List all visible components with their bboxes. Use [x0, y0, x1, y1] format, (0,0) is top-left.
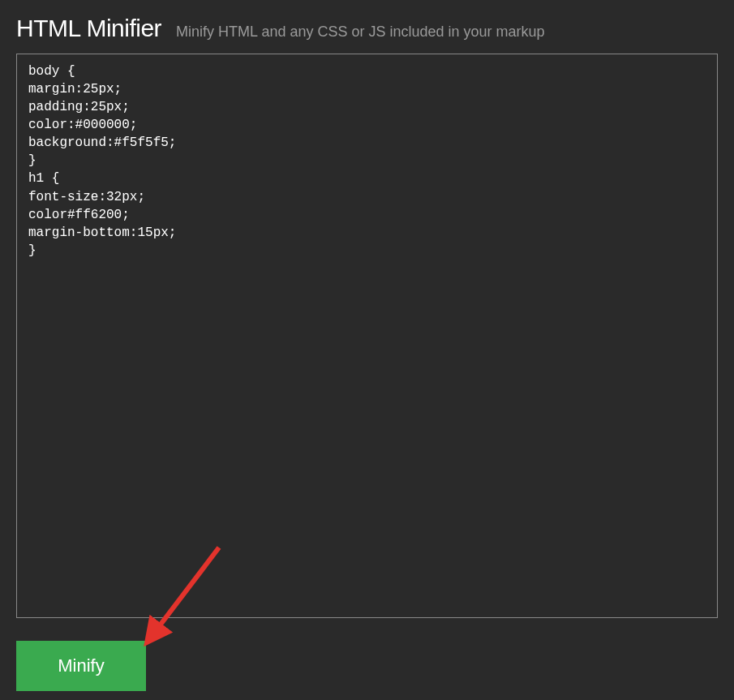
page-title: HTML Minifier [16, 15, 161, 42]
editor-container [0, 54, 734, 621]
page-subtitle: Minify HTML and any CSS or JS included i… [176, 24, 545, 41]
page-header: HTML Minifier Minify HTML and any CSS or… [0, 0, 734, 54]
code-input[interactable] [16, 54, 718, 618]
button-row: Minify [0, 621, 734, 700]
minify-button[interactable]: Minify [16, 641, 146, 691]
